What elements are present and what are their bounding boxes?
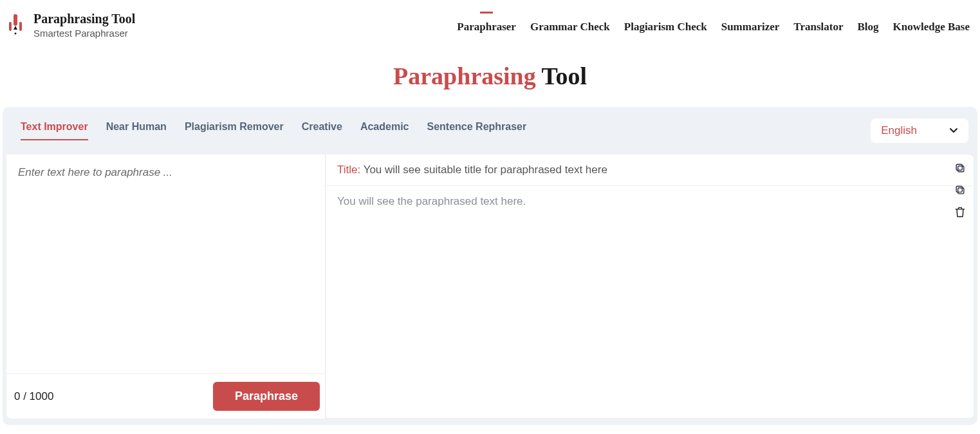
svg-rect-4: [958, 166, 964, 172]
svg-rect-7: [956, 186, 962, 192]
brand-subtitle: Smartest Paraphraser: [33, 28, 135, 39]
mode-sentence-rephraser[interactable]: Sentence Rephraser: [427, 121, 526, 140]
page-title-accent: Paraphrasing: [393, 62, 536, 90]
output-title-row: Title: You will see suitable title for p…: [326, 155, 974, 186]
chevron-down-icon: [949, 126, 958, 135]
nav-paraphraser[interactable]: Paraphraser: [457, 21, 516, 33]
svg-rect-6: [958, 188, 964, 194]
mode-creative[interactable]: Creative: [302, 121, 342, 140]
header: Paraphrasing Tool Smartest Paraphraser P…: [0, 0, 980, 45]
brand-text: Paraphrasing Tool Smartest Paraphraser: [33, 12, 135, 39]
input-footer: 0 / 1000 Paraphrase: [6, 373, 325, 419]
input-panel: 0 / 1000 Paraphrase: [6, 155, 326, 419]
output-title-label: Title:: [337, 164, 360, 176]
svg-rect-5: [956, 164, 962, 170]
input-textarea[interactable]: [6, 155, 325, 373]
copy-body-icon[interactable]: [953, 183, 967, 197]
tool-top-row: Text Improver Near Human Plagiarism Remo…: [3, 107, 977, 155]
nav-grammar-check[interactable]: Grammar Check: [530, 21, 610, 33]
nav-knowledge-base[interactable]: Knowledge Base: [893, 21, 970, 33]
tool-container: Text Improver Near Human Plagiarism Remo…: [3, 107, 977, 425]
mode-text-improver[interactable]: Text Improver: [21, 121, 88, 140]
mode-near-human[interactable]: Near Human: [106, 121, 167, 140]
paraphrase-button[interactable]: Paraphrase: [213, 382, 320, 411]
mode-academic[interactable]: Academic: [360, 121, 409, 140]
nav-translator[interactable]: Translator: [793, 21, 843, 33]
brand-title: Paraphrasing Tool: [33, 12, 135, 26]
svg-rect-2: [19, 22, 22, 31]
language-select[interactable]: English: [871, 118, 968, 143]
mode-plagiarism-remover[interactable]: Plagiarism Remover: [185, 121, 284, 140]
svg-rect-0: [14, 14, 17, 26]
output-title-placeholder: You will see suitable title for paraphra…: [364, 164, 607, 176]
brand: Paraphrasing Tool Smartest Paraphraser: [6, 12, 135, 39]
delete-icon[interactable]: [953, 205, 967, 219]
nav-summarizer[interactable]: Summarizer: [721, 21, 780, 33]
output-action-icons: [953, 161, 967, 219]
output-body-placeholder: You will see the paraphrased text here.: [326, 186, 974, 419]
nav-plagiarism-check[interactable]: Plagiarism Check: [624, 21, 707, 33]
mode-tabs: Text Improver Near Human Plagiarism Remo…: [12, 121, 526, 140]
panels: 0 / 1000 Paraphrase Title: You will see …: [6, 155, 974, 419]
char-counter: 0 / 1000: [14, 390, 53, 403]
logo-icon: [6, 13, 24, 36]
output-panel: Title: You will see suitable title for p…: [326, 155, 974, 419]
nav-blog[interactable]: Blog: [857, 21, 878, 33]
svg-rect-1: [9, 22, 12, 31]
page-title: Paraphrasing Tool: [0, 62, 980, 90]
page-title-plain: Tool: [536, 62, 587, 90]
copy-title-icon[interactable]: [953, 161, 967, 175]
svg-point-3: [15, 33, 17, 35]
main-nav: Paraphraser Grammar Check Plagiarism Che…: [457, 12, 974, 33]
language-label: English: [881, 124, 917, 137]
